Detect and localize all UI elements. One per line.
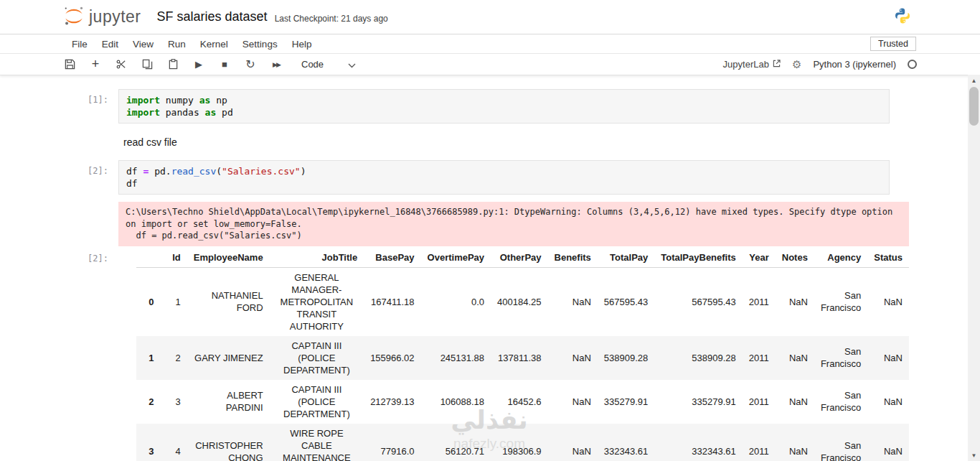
code-cell-1[interactable]: [1]: import numpy as npimport pandas as … <box>0 89 968 124</box>
table-cell: NaN <box>776 424 814 461</box>
row-index: 1 <box>136 336 161 380</box>
trusted-badge: Trusted <box>870 37 916 51</box>
notebook-title[interactable]: SF salaries dataset <box>157 9 268 24</box>
column-header: OvertimePay <box>421 248 491 268</box>
python-logo <box>894 7 911 27</box>
dataframe: IdEmployeeNameJobTitleBasePayOvertimePay… <box>136 248 909 461</box>
menu-file[interactable]: File <box>65 37 95 52</box>
column-header: TotalPay <box>598 248 654 268</box>
table-cell: WIRE ROPE CABLE MAINTENANCE MECHANIC <box>270 424 364 461</box>
table-cell: NaN <box>548 336 598 380</box>
table-cell: 2011 <box>743 336 776 380</box>
scroll-down-arrow[interactable]: ▼ <box>968 450 980 461</box>
table-cell: CAPTAIN III (POLICE DEPARTMENT) <box>270 380 364 424</box>
table-cell: NaN <box>776 380 814 424</box>
cell-prompt: [1]: <box>72 89 118 124</box>
jupyter-logo[interactable]: jupyter <box>63 5 141 29</box>
output-area: [2]: IdEmployeeNameJobTitleBasePayOverti… <box>0 248 968 461</box>
menu-run[interactable]: Run <box>161 37 193 52</box>
table-cell: 198306.9 <box>491 424 547 461</box>
column-header: Agency <box>814 248 867 268</box>
code-cell-2[interactable]: [2]: df = pd.read_csv("Salaries.csv")df <box>0 160 968 195</box>
column-header: Notes <box>776 248 814 268</box>
top-bar: jupyter SF salaries dataset Last Checkpo… <box>0 0 980 34</box>
checkpoint-text: Last Checkpoint: 21 days ago <box>275 10 388 24</box>
table-cell: 400184.25 <box>491 267 547 336</box>
table-cell: 4 <box>161 424 187 461</box>
output-prompt: [2]: <box>72 248 118 461</box>
table-cell: 1 <box>161 267 187 336</box>
table-cell: 538909.28 <box>654 336 743 380</box>
markdown-cell[interactable]: read csv file <box>0 132 968 152</box>
table-cell: GENERAL MANAGER-METROPOLITAN TRANSIT AUT… <box>270 267 364 336</box>
table-cell: NaN <box>867 424 909 461</box>
cell-type-value: Code <box>301 59 324 70</box>
interrupt-kernel-button[interactable]: ■ <box>218 57 231 72</box>
table-row: 34CHRISTOPHER CHONGWIRE ROPE CABLE MAINT… <box>136 424 909 461</box>
scroll-up-arrow[interactable]: ▲ <box>968 75 980 86</box>
menu-view[interactable]: View <box>126 37 161 52</box>
run-cell-button[interactable]: ▶ <box>192 57 205 72</box>
insert-cell-button[interactable]: + <box>89 57 102 72</box>
cell-type-dropdown[interactable]: Code <box>301 58 356 71</box>
notebook-area: [1]: import numpy as npimport pandas as … <box>0 76 968 461</box>
copy-cells-button[interactable] <box>141 57 154 72</box>
table-row: 12GARY JIMENEZCAPTAIN III (POLICE DEPART… <box>136 336 909 380</box>
table-cell: 137811.38 <box>491 336 547 380</box>
code-editor-1[interactable]: import numpy as npimport pandas as pd <box>118 89 890 124</box>
chevron-down-icon <box>348 58 356 71</box>
table-cell: NaN <box>867 336 909 380</box>
table-cell: 335279.91 <box>598 380 654 424</box>
scrollbar[interactable]: ▲ ▼ <box>968 75 980 461</box>
jupyter-logo-icon <box>63 5 85 29</box>
menu-help[interactable]: Help <box>285 37 319 52</box>
table-cell: 335279.91 <box>654 380 743 424</box>
table-cell: CHRISTOPHER CHONG <box>187 424 270 461</box>
table-cell: NaN <box>548 380 598 424</box>
stderr-text: C:\Users\Techno Shield\AppData\Local\Tem… <box>118 202 909 246</box>
restart-run-all-button[interactable]: ▶▶ <box>270 57 283 72</box>
column-header: Year <box>743 248 776 268</box>
table-row: 23ALBERT PARDINICAPTAIN III (POLICE DEPA… <box>136 380 909 424</box>
table-cell: San Francisco <box>814 380 867 424</box>
markdown-prompt <box>72 132 118 152</box>
toolbar-right-group: JupyterLab ⚙ Python 3 (ipykernel) <box>723 58 917 71</box>
jupyterlab-link-label: JupyterLab <box>723 59 769 70</box>
column-header: Id <box>161 248 187 268</box>
menu-edit[interactable]: Edit <box>95 37 126 52</box>
table-cell: NaN <box>867 380 909 424</box>
column-header: TotalPayBenefits <box>654 248 743 268</box>
table-body: 01NATHANIEL FORDGENERAL MANAGER-METROPOL… <box>136 267 909 461</box>
restart-kernel-button[interactable]: ↻ <box>244 57 257 72</box>
table-cell: NaN <box>776 336 814 380</box>
scrollbar-thumb[interactable] <box>969 87 979 126</box>
gear-icon[interactable]: ⚙ <box>792 58 801 71</box>
table-cell: 245131.88 <box>421 336 491 380</box>
menu-settings[interactable]: Settings <box>235 37 285 52</box>
jupyter-logo-text: jupyter <box>89 7 141 27</box>
cut-cells-button[interactable] <box>115 57 128 72</box>
table-cell: 56120.71 <box>421 424 491 461</box>
row-index: 0 <box>136 267 161 336</box>
table-cell: 155966.02 <box>364 336 420 380</box>
table-cell: NaN <box>548 424 598 461</box>
column-header: Benefits <box>548 248 598 268</box>
code-editor-2[interactable]: df = pd.read_csv("Salaries.csv")df <box>118 160 890 195</box>
table-cell: San Francisco <box>814 424 867 461</box>
table-cell: 3 <box>161 380 187 424</box>
open-in-jupyterlab-link[interactable]: JupyterLab <box>723 59 781 70</box>
table-header-row: IdEmployeeNameJobTitleBasePayOvertimePay… <box>136 248 909 268</box>
notebook-toolbar: + ▶ ■ ↻ ▶▶ Code JupyterLab <box>0 54 980 75</box>
menu-kernel[interactable]: Kernel <box>193 37 235 52</box>
table-cell: 332343.61 <box>654 424 743 461</box>
table-cell: 0.0 <box>421 267 491 336</box>
paste-cells-button[interactable] <box>166 57 179 72</box>
column-header: EmployeeName <box>187 248 270 268</box>
save-button[interactable] <box>63 57 76 72</box>
table-cell: 167411.18 <box>364 267 420 336</box>
table-cell: NaN <box>776 267 814 336</box>
kernel-name[interactable]: Python 3 (ipykernel) <box>813 59 896 70</box>
column-header: Status <box>867 248 909 268</box>
table-cell: 2011 <box>743 267 776 336</box>
column-header <box>136 248 161 268</box>
